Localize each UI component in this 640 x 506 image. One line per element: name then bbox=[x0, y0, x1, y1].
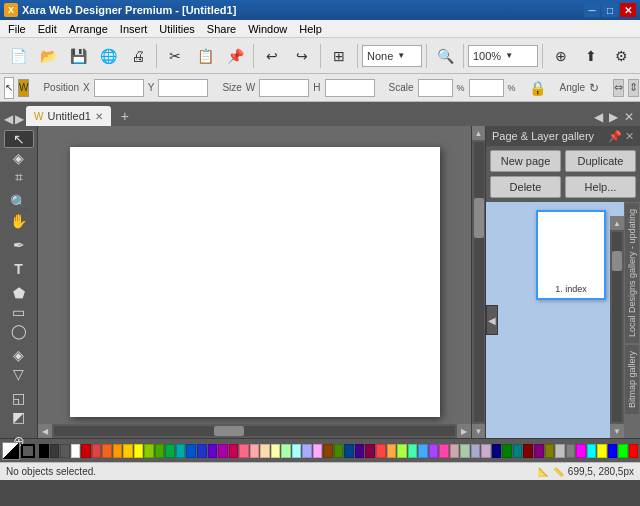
undo-button[interactable]: ↩ bbox=[258, 42, 286, 70]
color-swatch[interactable] bbox=[60, 444, 70, 458]
color-swatch[interactable] bbox=[555, 444, 565, 458]
color-swatch[interactable] bbox=[186, 444, 196, 458]
y-input[interactable] bbox=[158, 79, 208, 97]
v-scroll-thumb[interactable] bbox=[474, 198, 484, 238]
color-swatch[interactable] bbox=[545, 444, 555, 458]
tab-panel-close[interactable]: ✕ bbox=[622, 108, 636, 126]
extrude-tool[interactable]: ◱ bbox=[4, 389, 34, 407]
text-tool[interactable]: T bbox=[4, 260, 34, 278]
shadow-tool[interactable]: ◩ bbox=[4, 408, 34, 426]
color-swatch[interactable] bbox=[365, 444, 375, 458]
color-swatch[interactable] bbox=[587, 444, 597, 458]
color-swatch[interactable] bbox=[313, 444, 323, 458]
color-swatch[interactable] bbox=[439, 444, 449, 458]
fill-tool[interactable]: ◈ bbox=[4, 346, 34, 364]
stop-button[interactable]: ⊕ bbox=[547, 42, 575, 70]
tab-panel-left-arrow[interactable]: ◀ bbox=[592, 108, 605, 126]
color-swatch[interactable] bbox=[239, 444, 249, 458]
tab-untitled1[interactable]: W Untitled1 ✕ bbox=[26, 106, 111, 126]
none-swatch[interactable] bbox=[2, 442, 20, 460]
color-swatch[interactable] bbox=[92, 444, 102, 458]
v-scroll-track[interactable] bbox=[474, 142, 484, 422]
add-tab-button[interactable]: + bbox=[115, 106, 135, 126]
color-swatch[interactable] bbox=[155, 444, 165, 458]
color-swatch[interactable] bbox=[50, 444, 60, 458]
h-scroll-track[interactable] bbox=[54, 426, 455, 436]
publish-button[interactable]: 🌐 bbox=[94, 42, 122, 70]
zoom-tool[interactable]: 🔍 bbox=[4, 193, 34, 211]
w-input[interactable] bbox=[259, 79, 309, 97]
menu-edit[interactable]: Edit bbox=[32, 22, 63, 36]
menu-window[interactable]: Window bbox=[242, 22, 293, 36]
scale-h-input[interactable] bbox=[469, 79, 504, 97]
color-swatch[interactable] bbox=[208, 444, 218, 458]
selector-tool[interactable]: ↖ bbox=[4, 130, 34, 148]
color-swatch[interactable] bbox=[165, 444, 175, 458]
zoom-dropdown[interactable]: 100% ▼ bbox=[468, 45, 538, 67]
color-swatch[interactable] bbox=[113, 444, 123, 458]
color-swatch[interactable] bbox=[292, 444, 302, 458]
maximize-button[interactable]: □ bbox=[602, 3, 618, 17]
h-input[interactable] bbox=[325, 79, 375, 97]
panel-vscroll-track[interactable] bbox=[612, 232, 622, 422]
panel-close-icon[interactable]: ✕ bbox=[625, 130, 634, 143]
panel-vscroll[interactable]: ▲ ▼ bbox=[610, 216, 624, 438]
node-edit-tool[interactable]: ◈ bbox=[4, 149, 34, 167]
tab-close-button[interactable]: ✕ bbox=[95, 111, 103, 122]
color-swatch[interactable] bbox=[334, 444, 344, 458]
color-swatch[interactable] bbox=[250, 444, 260, 458]
color-swatch[interactable] bbox=[408, 444, 418, 458]
menu-utilities[interactable]: Utilities bbox=[153, 22, 200, 36]
v-scroll-down[interactable]: ▼ bbox=[472, 424, 486, 438]
transform-button[interactable]: ⊞ bbox=[325, 42, 353, 70]
minimize-button[interactable]: ─ bbox=[584, 3, 600, 17]
color-swatch[interactable] bbox=[460, 444, 470, 458]
rectangle-tool[interactable]: ▭ bbox=[4, 303, 34, 321]
shape-tool[interactable]: ⬟ bbox=[4, 284, 34, 302]
color-swatch[interactable] bbox=[344, 444, 354, 458]
print-button[interactable]: 🖨 bbox=[124, 42, 152, 70]
new-page-button[interactable]: New page bbox=[490, 150, 561, 172]
new-button[interactable]: 📄 bbox=[4, 42, 32, 70]
h-scrollbar[interactable]: ◀ ▶ bbox=[38, 424, 471, 438]
tab-panel-right-arrow[interactable]: ▶ bbox=[607, 108, 620, 126]
color-swatch[interactable] bbox=[418, 444, 428, 458]
menu-file[interactable]: File bbox=[2, 22, 32, 36]
search-button[interactable]: 🔍 bbox=[431, 42, 459, 70]
delete-button[interactable]: Delete bbox=[490, 176, 561, 198]
color-swatch[interactable] bbox=[302, 444, 312, 458]
title-controls[interactable]: ─ □ ✕ bbox=[584, 3, 636, 17]
color-swatch[interactable] bbox=[260, 444, 270, 458]
panel-vscroll-up[interactable]: ▲ bbox=[610, 216, 624, 230]
color-swatch[interactable] bbox=[492, 444, 502, 458]
selector-tool-indicator[interactable]: ↖ bbox=[4, 77, 14, 99]
color-swatch[interactable] bbox=[397, 444, 407, 458]
color-swatch[interactable] bbox=[39, 444, 49, 458]
help-button[interactable]: Help... bbox=[565, 176, 636, 198]
color-swatch[interactable] bbox=[355, 444, 365, 458]
options-button[interactable]: ⚙ bbox=[607, 42, 635, 70]
color-swatch[interactable] bbox=[429, 444, 439, 458]
panel-pin-icon[interactable]: 📌 bbox=[608, 130, 622, 143]
color-swatch[interactable] bbox=[218, 444, 228, 458]
export-button[interactable]: ⬆ bbox=[577, 42, 605, 70]
color-swatch[interactable] bbox=[71, 444, 81, 458]
flip-h-button[interactable]: ⇔ bbox=[613, 79, 624, 97]
none-dropdown[interactable]: None ▼ bbox=[362, 45, 422, 67]
color-swatch[interactable] bbox=[144, 444, 154, 458]
redo-button[interactable]: ↪ bbox=[288, 42, 316, 70]
color-swatch[interactable] bbox=[271, 444, 281, 458]
page-thumbnail[interactable]: 1. index bbox=[536, 210, 606, 300]
color-swatch[interactable] bbox=[629, 444, 639, 458]
color-swatch[interactable] bbox=[523, 444, 533, 458]
menu-arrange[interactable]: Arrange bbox=[63, 22, 114, 36]
v-scrollbar[interactable]: ▲ ▼ bbox=[471, 126, 485, 438]
panel-vscroll-thumb[interactable] bbox=[612, 251, 622, 271]
flip-v-button[interactable]: ⇕ bbox=[628, 79, 639, 97]
h-scroll-right[interactable]: ▶ bbox=[457, 424, 471, 438]
color-swatch[interactable] bbox=[197, 444, 207, 458]
scale-w-input[interactable] bbox=[418, 79, 453, 97]
h-scroll-left[interactable]: ◀ bbox=[38, 424, 52, 438]
menu-share[interactable]: Share bbox=[201, 22, 242, 36]
color-swatch[interactable] bbox=[608, 444, 618, 458]
